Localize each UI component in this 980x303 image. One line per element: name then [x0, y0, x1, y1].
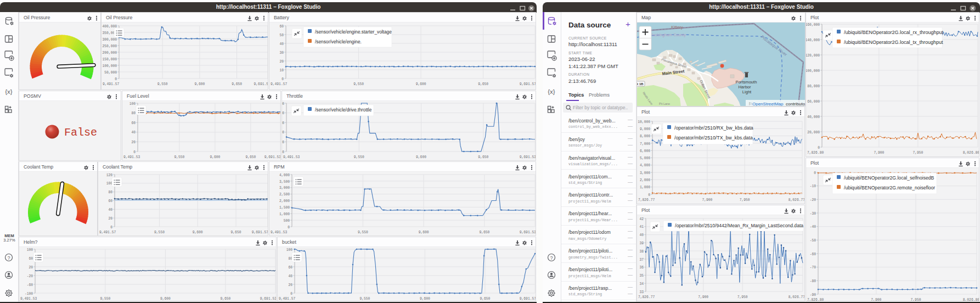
svg-text:20: 20	[131, 141, 136, 144]
svg-text:9,550: 9,550	[359, 297, 370, 301]
svg-text:37: 37	[639, 258, 644, 262]
svg-text:-100: -100	[25, 292, 33, 296]
svg-text:39: 39	[639, 242, 644, 245]
svg-text:0: 0	[290, 292, 292, 296]
svg-text:40: 40	[639, 233, 644, 237]
svg-text:9,600: 9,600	[160, 297, 171, 301]
svg-text:60: 60	[131, 121, 136, 125]
svg-text:40: 40	[279, 42, 284, 46]
svg-text:100,000: 100,000	[806, 69, 820, 73]
svg-text:80: 80	[108, 190, 112, 194]
svg-text:9,491.57: 9,491.57	[271, 82, 287, 86]
svg-text:38: 38	[639, 250, 644, 254]
svg-text:9,550: 9,550	[100, 297, 110, 301]
svg-text:0: 0	[133, 150, 136, 154]
svg-text:8,026.77: 8,026.77	[788, 295, 805, 299]
svg-text:9,600: 9,600	[416, 82, 426, 86]
svg-text:9,691.53: 9,691.53	[260, 297, 277, 301]
svg-text:9,600: 9,600	[420, 297, 430, 301]
svg-text:300,000: 300,000	[103, 38, 117, 42]
svg-text:Portsmouth: Portsmouth	[736, 80, 757, 85]
svg-text:7,950: 7,950	[737, 295, 748, 299]
svg-text:0: 0	[282, 150, 284, 154]
svg-text:-30: -30	[810, 212, 816, 216]
svg-text:30: 30	[279, 51, 284, 55]
svg-text:/ubiquiti/BENOperator2G.local_: /ubiquiti/BENOperator2G.local_tx_through…	[844, 40, 943, 45]
svg-text:1,000: 1,000	[279, 212, 290, 216]
svg-text:7,826.80: 7,826.80	[807, 151, 824, 155]
svg-text:20: 20	[288, 283, 292, 287]
svg-text:20: 20	[108, 217, 112, 221]
svg-text:9,491.53: 9,491.53	[20, 297, 37, 301]
svg-text:400,000: 400,000	[103, 25, 117, 29]
svg-text:7,950: 7,950	[911, 298, 921, 302]
svg-text:4,000: 4,000	[640, 164, 650, 167]
svg-text:250,000: 250,000	[103, 44, 117, 48]
svg-text:/sensor/vehicle/drive.throttle: /sensor/vehicle/drive.throttle	[315, 107, 372, 113]
svg-text:-60: -60	[27, 283, 33, 287]
svg-text:-20: -20	[810, 198, 816, 202]
svg-text:60: 60	[108, 199, 112, 203]
svg-text:9,691.5: 9,691.5	[254, 82, 268, 86]
svg-text:160,000: 160,000	[806, 23, 820, 27]
svg-text:42: 42	[639, 217, 644, 221]
svg-text:0: 0	[110, 226, 112, 229]
svg-text:/ubiquiti/BENOperator2G.remote: /ubiquiti/BENOperator2G.remote_noisefloo…	[844, 185, 935, 190]
svg-text:7,950: 7,950	[740, 198, 750, 202]
svg-text:100: 100	[282, 102, 284, 106]
svg-text:10: 10	[279, 69, 284, 72]
svg-text:60: 60	[282, 121, 284, 125]
svg-text:5,000: 5,000	[640, 156, 650, 160]
svg-text:33: 33	[639, 290, 644, 294]
svg-text:2,000: 2,000	[279, 199, 290, 203]
svg-text:40: 40	[282, 131, 284, 134]
svg-text:0: 0	[814, 171, 816, 175]
svg-text:3.27%: 3.27%	[3, 238, 15, 243]
svg-text:9,550: 9,550	[157, 82, 168, 86]
svg-text:9,491.57: 9,491.57	[279, 297, 295, 301]
svg-text:80: 80	[131, 111, 136, 115]
svg-text:7,900: 7,900	[871, 298, 881, 302]
svg-text:100: 100	[286, 248, 293, 252]
svg-text:/ubiquiti/BENOperator2G.local_: /ubiquiti/BENOperator2G.local_rx_through…	[844, 30, 944, 35]
svg-text:50,000: 50,000	[104, 71, 117, 75]
svg-text:7,000: 7,000	[640, 142, 650, 146]
svg-text:9,550: 9,550	[358, 231, 368, 234]
svg-text:2,000: 2,000	[640, 178, 650, 182]
svg-text:0: 0	[115, 77, 117, 81]
svg-text:-90: -90	[810, 293, 816, 297]
svg-text:120,000: 120,000	[806, 54, 820, 58]
svg-text:7,900: 7,900	[698, 295, 708, 299]
svg-text:140,000: 140,000	[806, 38, 820, 42]
svg-text:9,691.53: 9,691.53	[520, 155, 536, 159]
svg-text:7,950: 7,950	[913, 151, 923, 155]
svg-text:36: 36	[639, 266, 644, 270]
svg-text:-50: -50	[810, 239, 816, 243]
svg-text:7,826.80: 7,826.80	[807, 298, 824, 302]
svg-text:9,550: 9,550	[174, 155, 184, 159]
svg-text:3,500: 3,500	[279, 180, 290, 184]
svg-text:9,600: 9,600	[194, 82, 205, 86]
svg-text:9,691.57: 9,691.57	[520, 82, 536, 86]
svg-text:7,826.77: 7,826.77	[638, 295, 655, 299]
svg-text:contributors: contributors	[786, 102, 806, 106]
svg-text:8,000: 8,000	[640, 134, 650, 138]
svg-text:9,691.57: 9,691.57	[520, 297, 536, 301]
svg-text:40: 40	[288, 274, 292, 278]
svg-text:9,491.53: 9,491.53	[271, 231, 287, 234]
svg-text:8,026.80: 8,026.80	[963, 151, 979, 155]
svg-text:?: ?	[7, 255, 10, 261]
svg-text:/operator/mbr/2510/TX_bw_kbs.d: /operator/mbr/2510/TX_bw_kbs.data	[674, 135, 753, 141]
svg-text:{x}: {x}	[548, 88, 555, 95]
svg-text:9,691.53: 9,691.53	[520, 231, 536, 234]
svg-text:9,600: 9,600	[416, 155, 426, 159]
svg-text:8,026.80: 8,026.80	[963, 298, 979, 302]
svg-text:9,600: 9,600	[419, 231, 429, 234]
svg-text:/operator/mbr/2510/9442/Mean_R: /operator/mbr/2510/9442/Mean_Rx_Margin_L…	[675, 223, 803, 228]
svg-text:34: 34	[639, 282, 644, 286]
svg-text:20,000: 20,000	[807, 131, 820, 134]
svg-text:9,650: 9,650	[479, 231, 489, 234]
svg-text:-10: -10	[810, 184, 816, 188]
svg-text:6,000: 6,000	[640, 149, 650, 153]
svg-text:9,650: 9,650	[478, 82, 488, 86]
